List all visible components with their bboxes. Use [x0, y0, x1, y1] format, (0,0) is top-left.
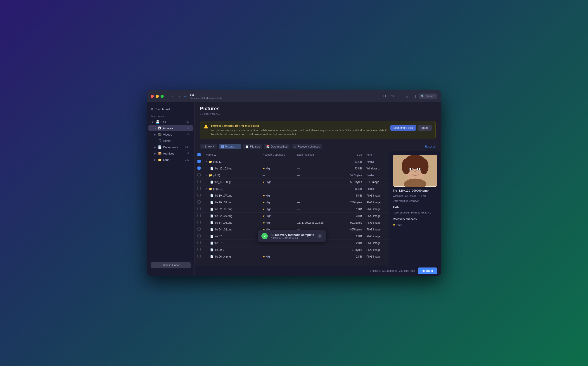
recover-button[interactable]: Recover — [418, 267, 437, 274]
show-finder-button[interactable]: Show in Finder — [151, 262, 191, 268]
list-view-button[interactable]: ☰ — [397, 93, 403, 99]
close-button[interactable] — [151, 95, 154, 98]
expand-arrow-videos: ▶ — [154, 133, 157, 136]
row-checkbox[interactable] — [197, 194, 201, 197]
expand-folder-btn[interactable]: ▼ — [206, 160, 208, 163]
row-checkbox-cell[interactable] — [195, 233, 203, 240]
sidebar-item-other[interactable]: ▶ 📁 Other 149 — [148, 157, 193, 163]
row-checkbox[interactable] — [197, 187, 201, 190]
file-icon-button[interactable]: 🗋 — [382, 93, 388, 99]
row-checkbox-cell[interactable] — [195, 226, 203, 233]
file-icon: 📄 — [210, 208, 213, 211]
file-icon: 📄 — [210, 201, 213, 204]
row-checkbox[interactable] — [197, 228, 201, 231]
row-size: 1 KB — [339, 206, 364, 213]
row-checkbox-cell[interactable] — [195, 246, 203, 253]
row-size: 16 KB — [339, 185, 364, 192]
row-checkbox-cell[interactable] — [195, 192, 203, 199]
expand-arrow-other: ▶ — [154, 159, 157, 161]
row-checkbox-cell[interactable] — [195, 213, 203, 219]
row-name-cell: 📄file 54...06.png — [203, 219, 260, 226]
grid-view-button[interactable]: ⊞ — [404, 93, 410, 99]
row-checkbox[interactable] — [197, 255, 201, 258]
row-checkbox-cell[interactable] — [195, 206, 203, 213]
pictures-chip-label: Pictures — [225, 145, 235, 148]
rating-text: High — [266, 194, 271, 197]
row-checkbox[interactable] — [197, 248, 201, 251]
th-date[interactable]: Date modified — [295, 151, 339, 158]
star-filter-icon: ☆ — [294, 145, 296, 148]
row-recovery: ★High — [260, 192, 295, 199]
maximize-button[interactable] — [161, 95, 164, 98]
sidebar-item-ext[interactable]: ▶ 💾 EXT 739 — [148, 119, 193, 125]
sidebar-item-videos[interactable]: ▶ 🎬 Videos 12 — [148, 131, 193, 137]
row-checkbox[interactable] — [197, 234, 201, 237]
sidebar-item-dashboard[interactable]: ⊞ Dashboard — [147, 106, 194, 113]
row-checkbox-cell[interactable] — [195, 253, 203, 260]
reset-all-button[interactable]: Reset all — [425, 145, 436, 148]
pictures-chip-close-icon[interactable]: ✕ — [237, 145, 239, 148]
sidebar-item-documents[interactable]: ▶ 📄 Documents 549 — [148, 144, 193, 150]
expand-folder-btn[interactable]: ▼ — [206, 188, 208, 190]
star-icon: ★ — [263, 181, 265, 184]
back-button[interactable]: ‹ — [171, 93, 174, 99]
row-checkbox[interactable] — [197, 221, 201, 224]
sidebar-item-archives[interactable]: ▶ 📦 Archives 17 — [148, 151, 193, 156]
expand-folder-btn[interactable]: ▼ — [206, 174, 208, 176]
sidebar-item-audio[interactable]: 🎵 Audio — [148, 138, 193, 144]
row-date: — — [295, 172, 339, 179]
th-recovery[interactable]: Recovery chances — [260, 151, 295, 158]
row-checkbox[interactable] — [197, 200, 201, 204]
date-modified-label: Date modified — [271, 145, 287, 148]
preview-panel: file_120x120_000000.bmp Windows BMP imag… — [389, 151, 441, 266]
th-name[interactable]: Name ▲ — [203, 151, 260, 158]
row-checkbox-cell[interactable] — [195, 240, 203, 246]
split-view-button[interactable]: ◫ — [411, 93, 417, 99]
row-checkbox[interactable] — [197, 180, 201, 183]
audio-icon: 🎵 — [158, 139, 162, 143]
scan-entire-disk-button[interactable]: Scan entire disk — [390, 125, 416, 131]
minimize-button[interactable] — [156, 95, 159, 98]
row-checkbox[interactable] — [197, 160, 201, 163]
row-name: file 89... — [214, 248, 224, 252]
ignore-button[interactable]: Ignore — [418, 125, 432, 131]
toast-close-button[interactable]: ✕ — [318, 234, 322, 238]
search-box[interactable]: 🔍 Search — [419, 93, 437, 99]
row-date: — — [295, 199, 339, 206]
row-checkbox[interactable] — [197, 214, 201, 217]
svg-point-7 — [411, 168, 413, 170]
row-checkbox[interactable] — [197, 167, 201, 170]
row-checkbox[interactable] — [197, 173, 201, 176]
row-checkbox-cell[interactable] — [195, 172, 203, 179]
folder-icon-button[interactable]: 🗂 — [389, 93, 396, 99]
warning-icon: ⚠️ — [204, 124, 208, 129]
row-checkbox[interactable] — [197, 241, 201, 244]
date-modified-filter-button[interactable]: 📅 Date modified — [264, 144, 290, 149]
row-checkbox-cell[interactable] — [195, 185, 203, 192]
row-size: 597 bytes — [339, 172, 364, 179]
table-row: 📄 file_12...0.bmp ★High — 43 KB Windows.… — [195, 165, 389, 172]
other-label: Other — [163, 158, 184, 161]
rating-text: High — [266, 208, 271, 211]
sidebar-item-pictures[interactable]: ▼ 🖼 Pictures 12 — [148, 125, 193, 131]
row-kind: PNG image — [364, 246, 389, 253]
pictures-filter-chip[interactable]: 🖼 Pictures ✕ — [219, 144, 241, 149]
file-size-filter-button[interactable]: 📋 File size — [243, 144, 262, 149]
sidebar-footer: Show in Finder — [147, 259, 194, 272]
documents-count: 549 — [185, 146, 189, 148]
star-icon: ★ — [263, 201, 265, 204]
row-date: — — [295, 185, 339, 192]
star-icon: ★ — [263, 194, 265, 197]
file-icon: 📄 — [210, 214, 213, 218]
row-checkbox[interactable] — [197, 207, 201, 210]
status-bar: 1 files (43 KB) selected, 739 files tota… — [195, 266, 441, 276]
recovery-chances-filter-button[interactable]: ☆ Recovery chances — [291, 144, 322, 149]
row-checkbox-cell[interactable] — [195, 199, 203, 206]
row-checkbox-cell[interactable] — [195, 158, 203, 165]
warning-text: There's a chance to find more data You j… — [211, 124, 388, 137]
row-checkbox-cell[interactable] — [195, 165, 203, 172]
row-checkbox-cell[interactable] — [195, 179, 203, 185]
show-filter-button[interactable]: ≡ Show ▼ — [200, 144, 217, 149]
row-checkbox-cell[interactable] — [195, 219, 203, 226]
forward-button[interactable]: › — [177, 93, 181, 99]
